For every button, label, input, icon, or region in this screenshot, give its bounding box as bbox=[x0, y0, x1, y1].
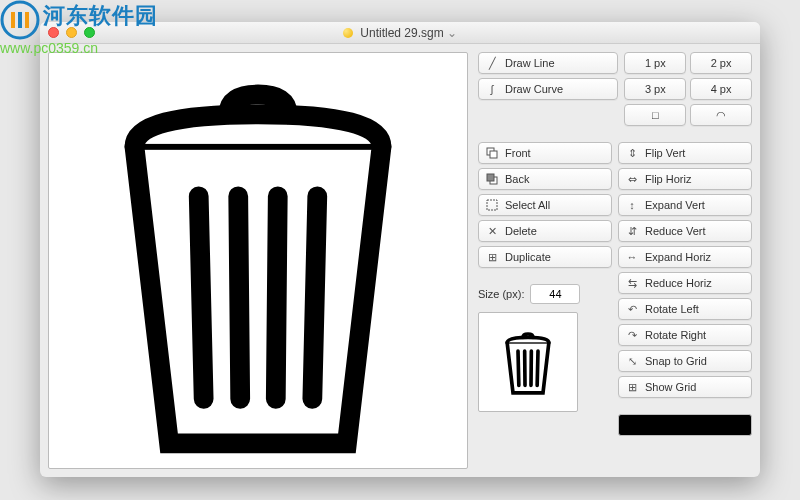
reduce-vert-button[interactable]: ⇵ Reduce Vert bbox=[618, 220, 752, 242]
expand-vert-icon: ↕ bbox=[625, 199, 639, 211]
svg-rect-14 bbox=[507, 342, 549, 343]
back-button[interactable]: Back bbox=[478, 168, 612, 190]
svg-rect-12 bbox=[487, 174, 494, 181]
svg-rect-13 bbox=[487, 200, 497, 210]
watermark-url: www.pc0359.cn bbox=[0, 40, 158, 56]
canvas[interactable] bbox=[48, 52, 468, 469]
delete-icon: ✕ bbox=[485, 225, 499, 238]
svg-rect-10 bbox=[490, 151, 497, 158]
reduce-vert-icon: ⇵ bbox=[625, 225, 639, 238]
front-button[interactable]: Front bbox=[478, 142, 612, 164]
svg-rect-1 bbox=[11, 12, 15, 28]
rotate-left-icon: ↶ bbox=[625, 303, 639, 316]
square-icon: □ bbox=[652, 109, 659, 121]
duplicate-icon: ⊞ bbox=[485, 251, 499, 264]
flip-horiz-icon: ⇔ bbox=[625, 173, 639, 186]
svg-rect-3 bbox=[25, 12, 29, 28]
svg-line-8 bbox=[312, 196, 317, 399]
flip-vert-button[interactable]: ⇕ Flip Vert bbox=[618, 142, 752, 164]
expand-horiz-icon: ↔ bbox=[625, 251, 639, 263]
duplicate-button[interactable]: ⊞ Duplicate bbox=[478, 246, 612, 268]
svg-line-18 bbox=[537, 351, 538, 385]
reduce-horiz-button[interactable]: ⇆ Reduce Horiz bbox=[618, 272, 752, 294]
svg-line-15 bbox=[518, 351, 519, 385]
document-icon bbox=[343, 28, 353, 38]
flip-horiz-button[interactable]: ⇔ Flip Horiz bbox=[618, 168, 752, 190]
svg-rect-4 bbox=[134, 144, 381, 150]
front-icon bbox=[485, 147, 499, 159]
shape-arch-button[interactable]: ◠ bbox=[690, 104, 752, 126]
stroke-4px-button[interactable]: 4 px bbox=[690, 78, 752, 100]
trash-preview-icon bbox=[493, 327, 563, 397]
svg-rect-2 bbox=[18, 12, 22, 28]
rotate-right-button[interactable]: ↷ Rotate Right bbox=[618, 324, 752, 346]
expand-horiz-button[interactable]: ↔ Expand Horiz bbox=[618, 246, 752, 268]
reduce-horiz-icon: ⇆ bbox=[625, 277, 639, 290]
grid-icon: ⊞ bbox=[625, 381, 639, 394]
shape-square-button[interactable]: □ bbox=[624, 104, 686, 126]
trash-icon bbox=[49, 53, 467, 468]
select-all-icon bbox=[485, 199, 499, 211]
flip-vert-icon: ⇕ bbox=[625, 147, 639, 160]
expand-vert-button[interactable]: ↕ Expand Vert bbox=[618, 194, 752, 216]
color-swatch[interactable] bbox=[618, 414, 752, 436]
watermark: 河东软件园 www.pc0359.cn bbox=[0, 0, 158, 56]
svg-line-7 bbox=[276, 196, 278, 399]
stroke-2px-button[interactable]: 2 px bbox=[690, 52, 752, 74]
back-icon bbox=[485, 173, 499, 185]
show-grid-button[interactable]: ⊞ Show Grid bbox=[618, 376, 752, 398]
size-label: Size (px): bbox=[478, 288, 524, 300]
svg-line-5 bbox=[199, 196, 204, 399]
tools-panel: ╱ Draw Line ∫ Draw Curve 1 px 2 px 3 px … bbox=[478, 52, 752, 469]
title-dropdown-icon: ⌄ bbox=[447, 26, 457, 40]
rotate-left-button[interactable]: ↶ Rotate Left bbox=[618, 298, 752, 320]
rotate-right-icon: ↷ bbox=[625, 329, 639, 342]
snap-to-grid-button[interactable]: ⤡ Snap to Grid bbox=[618, 350, 752, 372]
preview-panel bbox=[478, 312, 578, 412]
svg-line-6 bbox=[238, 196, 240, 399]
line-icon: ╱ bbox=[485, 57, 499, 70]
arch-icon: ◠ bbox=[716, 109, 726, 122]
stroke-1px-button[interactable]: 1 px bbox=[624, 52, 686, 74]
curve-icon: ∫ bbox=[485, 83, 499, 95]
draw-curve-button[interactable]: ∫ Draw Curve bbox=[478, 78, 618, 100]
watermark-text: 河东软件园 bbox=[43, 3, 158, 28]
stroke-3px-button[interactable]: 3 px bbox=[624, 78, 686, 100]
size-input[interactable] bbox=[530, 284, 580, 304]
snap-icon: ⤡ bbox=[625, 355, 639, 368]
app-window: Untitled 29.sgm ⌄ bbox=[40, 22, 760, 477]
delete-button[interactable]: ✕ Delete bbox=[478, 220, 612, 242]
select-all-button[interactable]: Select All bbox=[478, 194, 612, 216]
draw-line-button[interactable]: ╱ Draw Line bbox=[478, 52, 618, 74]
